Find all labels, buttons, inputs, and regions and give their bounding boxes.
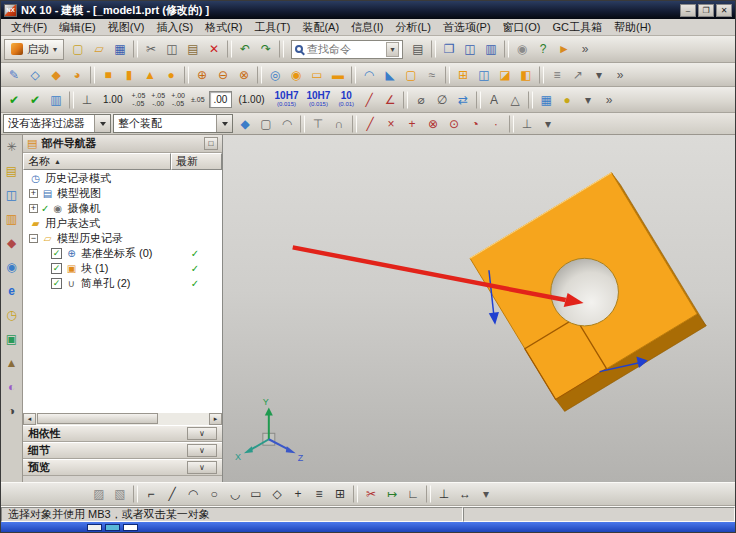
- split-body-icon[interactable]: ◧: [516, 65, 536, 85]
- thread-icon[interactable]: ≈: [422, 65, 442, 85]
- horizontal-scrollbar[interactable]: ◂ ▸: [23, 412, 222, 425]
- menu-insert[interactable]: 插入(S): [150, 19, 199, 36]
- angle-icon[interactable]: ∠: [380, 90, 400, 110]
- quick-extend-icon[interactable]: ↦: [382, 484, 402, 504]
- no-tolerance-icon[interactable]: ∅: [432, 90, 452, 110]
- select-lasso-icon[interactable]: ◠: [277, 114, 297, 134]
- menu-edit[interactable]: 编辑(E): [53, 19, 102, 36]
- taskbar-window[interactable]: [105, 524, 120, 531]
- node-checkbox[interactable]: ✓: [51, 248, 62, 259]
- taskbar-window[interactable]: [87, 524, 102, 531]
- tolerance-value[interactable]: +.00 -.05: [168, 90, 188, 109]
- circle-icon[interactable]: ○: [204, 484, 224, 504]
- center-snap-icon[interactable]: ⊙: [444, 114, 464, 134]
- column-header-latest[interactable]: 最新: [171, 153, 222, 170]
- general-selection-icon[interactable]: ∩: [329, 114, 349, 134]
- menu-tools[interactable]: 工具(T): [248, 19, 296, 36]
- pad-icon[interactable]: ▬: [328, 65, 348, 85]
- tolerance-value[interactable]: +.05 -.00: [148, 90, 168, 109]
- pattern-feature-icon[interactable]: ⊞: [453, 65, 473, 85]
- finish-sketch-icon[interactable]: ▨: [89, 484, 109, 504]
- extrude-icon[interactable]: ◆: [46, 65, 66, 85]
- tree-row-cameras[interactable]: + ✓ ◉ 摄像机: [23, 201, 222, 216]
- sphere-icon[interactable]: ●: [161, 65, 181, 85]
- intersection-snap-icon[interactable]: ⊗: [423, 114, 443, 134]
- scroll-right-icon[interactable]: ▸: [209, 413, 222, 425]
- assembly-navigator-icon[interactable]: ▤: [2, 161, 22, 181]
- chevron-down-icon[interactable]: [216, 115, 232, 132]
- unite-icon[interactable]: ⊕: [192, 65, 212, 85]
- menu-help[interactable]: 帮助(H): [608, 19, 657, 36]
- search-input[interactable]: [307, 43, 382, 55]
- toolbar-overflow-icon[interactable]: »: [575, 39, 595, 59]
- endpoint-snap-icon[interactable]: ╱: [360, 114, 380, 134]
- menu-information[interactable]: 信息(I): [345, 19, 389, 36]
- slope-icon[interactable]: ╱: [359, 90, 379, 110]
- active-tolerance-value[interactable]: .00: [209, 91, 233, 108]
- expander-box[interactable]: +: [29, 189, 38, 198]
- menu-window[interactable]: 窗口(O): [497, 19, 547, 36]
- tolerance-value[interactable]: ±.05: [188, 90, 208, 109]
- datum-triangle-icon[interactable]: △: [505, 90, 525, 110]
- chamfer-icon[interactable]: ◣: [380, 65, 400, 85]
- node-checkbox[interactable]: ✓: [51, 263, 62, 274]
- edge-blend-icon[interactable]: ◠: [359, 65, 379, 85]
- point-icon[interactable]: +: [288, 484, 308, 504]
- redo-icon[interactable]: ↷: [256, 39, 276, 59]
- help-icon[interactable]: ?: [533, 39, 553, 59]
- offset-surface-icon[interactable]: ≡: [547, 65, 567, 85]
- save-icon[interactable]: ▦: [110, 39, 130, 59]
- sketch-icon[interactable]: ✎: [4, 65, 24, 85]
- constraint-navigator-icon[interactable]: ◫: [2, 185, 22, 205]
- line-icon[interactable]: ╱: [162, 484, 182, 504]
- delete-icon[interactable]: ✕: [204, 39, 224, 59]
- minimize-button[interactable]: –: [680, 4, 696, 17]
- trim-body-icon[interactable]: ◪: [495, 65, 515, 85]
- more-sketch-tools-icon[interactable]: ▾: [476, 484, 496, 504]
- more-icon[interactable]: ▾: [578, 90, 598, 110]
- solid-body[interactable]: [470, 173, 706, 412]
- manufacturing-wizard-icon[interactable]: ▲: [2, 353, 22, 373]
- midpoint-snap-icon[interactable]: ×: [381, 114, 401, 134]
- chevron-down-icon[interactable]: ∨: [187, 444, 217, 457]
- viewport-canvas[interactable]: Y X Z: [223, 135, 735, 482]
- window-tile-icon[interactable]: ▥: [481, 39, 501, 59]
- tree-row-block[interactable]: ✓ ▣ 块 (1) ✓: [23, 261, 222, 276]
- tree-row-simple-hole[interactable]: ✓ ∪ 简单孔 (2) ✓: [23, 276, 222, 291]
- menu-analysis[interactable]: 分析(L): [389, 19, 436, 36]
- details-panel[interactable]: 细节 ∨: [23, 442, 222, 459]
- search-dropdown-icon[interactable]: ▾: [386, 42, 399, 57]
- grid-icon[interactable]: ▦: [536, 90, 556, 110]
- examine-geometry-icon[interactable]: ✔: [4, 90, 24, 110]
- tree-row-history-mode[interactable]: ◷ 历史记录模式: [23, 171, 222, 186]
- column-header-name[interactable]: 名称 ▲: [23, 153, 171, 170]
- paste-icon[interactable]: ▤: [183, 39, 203, 59]
- tree-row-datum-csys[interactable]: ✓ ⊕ 基准坐标系 (0) ✓: [23, 246, 222, 261]
- control-point-snap-icon[interactable]: +: [402, 114, 422, 134]
- menu-view[interactable]: 视图(V): [102, 19, 151, 36]
- node-checkbox[interactable]: ✓: [51, 278, 62, 289]
- chevron-down-icon[interactable]: ∨: [187, 427, 217, 440]
- toolbar-overflow-icon[interactable]: »: [610, 65, 630, 85]
- cut-icon[interactable]: ✂: [141, 39, 161, 59]
- new-file-icon[interactable]: ▢: [68, 39, 88, 59]
- tolerance-value[interactable]: 1.00: [98, 91, 127, 108]
- roles-icon[interactable]: ◐: [2, 377, 22, 397]
- menu-file[interactable]: 文件(F): [5, 19, 53, 36]
- shell-icon[interactable]: ▢: [401, 65, 421, 85]
- graphics-window[interactable]: Y X Z: [223, 135, 735, 482]
- fillet-icon[interactable]: ◡: [225, 484, 245, 504]
- undo-icon[interactable]: ↶: [235, 39, 255, 59]
- gear-icon[interactable]: ✳: [2, 137, 22, 157]
- window-new-icon[interactable]: ❐: [439, 39, 459, 59]
- system-materials-icon[interactable]: ◑: [2, 401, 22, 421]
- reference-value[interactable]: (1.00): [233, 91, 269, 108]
- quick-trim-icon[interactable]: ✂: [361, 484, 381, 504]
- chevron-down-icon[interactable]: [94, 115, 110, 132]
- hole-icon[interactable]: ◎: [265, 65, 285, 85]
- scale-body-icon[interactable]: ↗: [568, 65, 588, 85]
- offset-curve-icon[interactable]: ≡: [309, 484, 329, 504]
- simple-hole[interactable]: [551, 258, 619, 326]
- tree-row-model-history[interactable]: − ▱ 模型历史记录: [23, 231, 222, 246]
- selection-scope-combo[interactable]: 整个装配: [113, 114, 233, 133]
